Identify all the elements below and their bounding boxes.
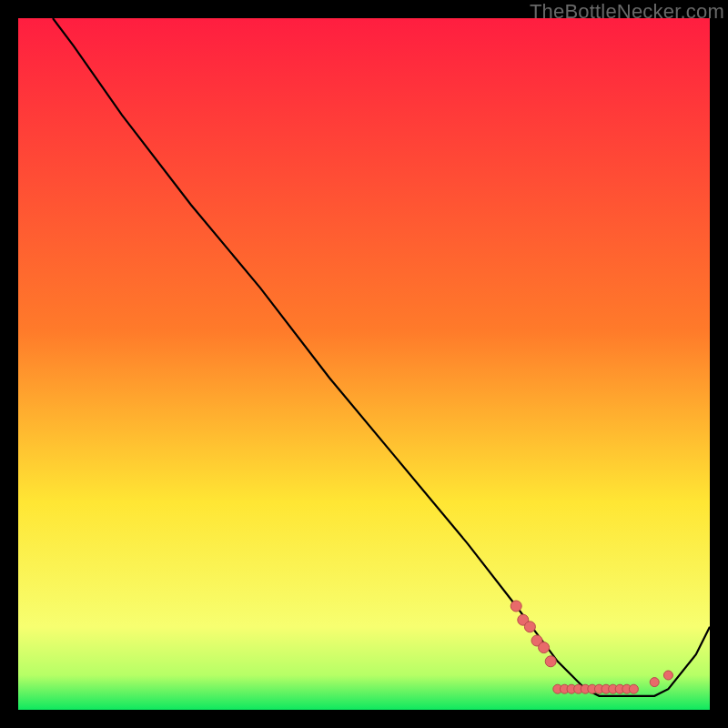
data-marker (663, 671, 672, 680)
data-marker (511, 601, 521, 612)
chart-svg (18, 18, 710, 710)
gradient-background (18, 18, 710, 710)
data-marker (650, 678, 659, 687)
plot-area (18, 18, 710, 710)
watermark-text: TheBottleNecker.com (530, 0, 724, 24)
data-marker (545, 656, 556, 667)
data-marker (629, 684, 638, 693)
chart-container: TheBottleNecker.com (0, 0, 728, 728)
data-marker (539, 642, 550, 653)
data-marker (524, 622, 535, 632)
